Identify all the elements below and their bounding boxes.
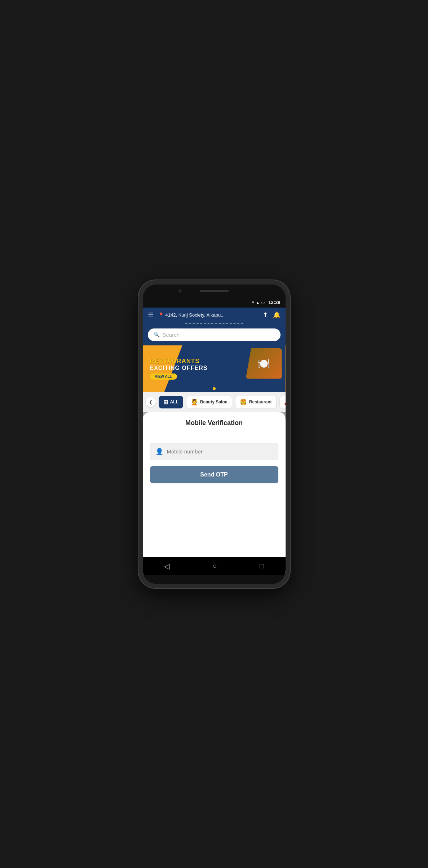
search-container: 🔍 Search <box>143 326 286 345</box>
back-button[interactable]: ◁ <box>164 562 169 571</box>
hamburger-icon[interactable]: ☰ <box>148 311 154 319</box>
search-bar[interactable]: 🔍 Search <box>148 328 281 341</box>
bezel-top <box>143 285 286 297</box>
modal-sheet: Mobile Verification 👤 Send OTP <box>143 412 286 557</box>
app-screen: ☰ 📍 4142, Kunj Society, Alkapu... ⬆ 🔔 <box>143 308 286 575</box>
tab-restaurant[interactable]: 🍔 Restaurant <box>235 396 277 408</box>
mobile-input-wrapper[interactable]: 👤 <box>150 443 278 460</box>
tab-beauty-icon: 💆 <box>191 399 198 406</box>
recents-button[interactable]: □ <box>260 562 264 570</box>
dots-divider <box>185 323 243 324</box>
banner: RESTAURANTS EXCITING OFFERS VIEW ALL 🍽️ <box>143 345 286 392</box>
header-left: ☰ 📍 4142, Kunj Society, Alkapu... <box>148 311 225 319</box>
speaker <box>200 290 229 292</box>
category-tabs: ❮ ⊞ ALL 💆 Beauty Salon 🍔 Restaurant 🚗 Ca… <box>143 392 286 412</box>
signal-icon: ▲ <box>256 300 260 305</box>
view-all-button[interactable]: VIEW ALL <box>150 373 177 380</box>
tab-car[interactable]: 🚗 Car <box>279 396 286 408</box>
phone-frame: ▾ ▲ ▭ 12:29 ☰ 📍 4142, Kunj Society, Alka… <box>138 280 290 588</box>
location-pin-icon: 📍 <box>158 312 164 318</box>
banner-title2: EXCITING OFFERS <box>150 365 208 371</box>
search-placeholder: Search <box>163 332 180 338</box>
banner-title1: RESTAURANTS <box>150 358 200 365</box>
banner-content: RESTAURANTS EXCITING OFFERS VIEW ALL <box>143 345 286 392</box>
share-icon[interactable]: ⬆ <box>263 311 268 319</box>
bezel-bottom <box>143 575 286 584</box>
modal-overlay: Mobile Verification 👤 Send OTP <box>143 412 286 557</box>
header-right: ⬆ 🔔 <box>263 311 281 319</box>
mobile-number-input[interactable] <box>167 448 273 455</box>
status-icons: ▾ ▲ ▭ 12:29 <box>252 300 280 305</box>
bell-icon[interactable]: 🔔 <box>273 311 281 319</box>
phone-inner: ▾ ▲ ▭ 12:29 ☰ 📍 4142, Kunj Society, Alka… <box>143 285 286 584</box>
status-bar: ▾ ▲ ▭ 12:29 <box>143 297 286 308</box>
camera <box>178 289 182 293</box>
location-text: 4142, Kunj Society, Alkapu... <box>166 312 225 318</box>
tab-prev-arrow[interactable]: ❮ <box>146 397 156 407</box>
tab-all[interactable]: ⊞ ALL <box>159 396 183 408</box>
send-otp-button[interactable]: Send OTP <box>150 466 278 483</box>
tab-beauty-label: Beauty Salon <box>200 399 228 404</box>
tab-all-icon: ⊞ <box>163 399 168 406</box>
person-icon: 👤 <box>155 448 163 456</box>
modal-title: Mobile Verification <box>185 419 243 426</box>
tab-beauty-salon[interactable]: 💆 Beauty Salon <box>186 396 232 408</box>
search-icon: 🔍 <box>154 332 160 337</box>
bottom-navigation: ◁ ○ □ <box>143 557 286 575</box>
wifi-icon: ▾ <box>252 300 254 305</box>
tab-restaurant-icon: 🍔 <box>240 399 247 406</box>
tab-car-icon: 🚗 <box>284 399 286 406</box>
app-header: ☰ 📍 4142, Kunj Society, Alkapu... ⬆ 🔔 <box>143 308 286 323</box>
location-wrapper[interactable]: 📍 4142, Kunj Society, Alkapu... <box>158 312 225 318</box>
status-time: 12:29 <box>268 300 280 305</box>
tab-restaurant-label: Restaurant <box>249 399 272 404</box>
tab-all-label: ALL <box>170 399 178 404</box>
home-button[interactable]: ○ <box>212 562 217 570</box>
battery-icon: ▭ <box>261 300 265 305</box>
modal-header: Mobile Verification <box>143 412 286 432</box>
dotted-line <box>143 323 286 326</box>
modal-body: 👤 Send OTP <box>143 432 286 557</box>
